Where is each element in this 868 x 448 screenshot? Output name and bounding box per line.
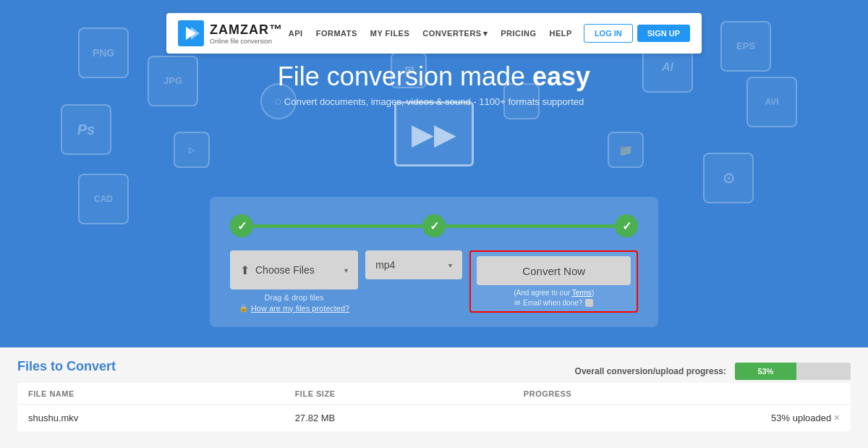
email-row: ✉ Email when done? xyxy=(514,299,593,307)
convert-section: Convert Now (And agree to our Terms) ✉ E… xyxy=(469,250,638,313)
sketch-cad: CAD xyxy=(78,174,129,224)
files-header-row: Files to Convert Overall conversion/uplo… xyxy=(17,359,851,383)
step-1-circle: ✓ xyxy=(230,214,253,237)
nav-converters[interactable]: CONVERTERS ▾ xyxy=(422,29,488,38)
format-chevron-icon: ▾ xyxy=(448,261,452,269)
navbar: ZAMZAR™ Online file conversion API FORMA… xyxy=(166,13,702,54)
files-header: Files to Convert xyxy=(17,359,116,374)
drag-drop-hint: Drag & drop files xyxy=(230,293,358,302)
brand-tagline: Online file conversion xyxy=(210,38,283,45)
sketch-arrow: ▷ xyxy=(174,132,210,168)
protected-link: 🔒 How are my files protected? xyxy=(230,303,358,313)
progress-section: Overall conversion/upload progress: 53% xyxy=(575,363,851,380)
lower-section: Files to Convert Overall conversion/uplo… xyxy=(0,347,868,448)
converter-box: ✓ ✓ ✓ ⬆ Choose Files ▾ xyxy=(210,197,658,327)
step-1-check: ✓ xyxy=(237,219,247,233)
row-progress: 53% uploaded × xyxy=(514,405,851,431)
protected-link-text[interactable]: How are my files protected? xyxy=(251,304,349,313)
steps-row: ✓ ✓ ✓ xyxy=(230,214,638,237)
nav-help[interactable]: HELP xyxy=(550,29,572,38)
signup-button[interactable]: SIGN UP xyxy=(637,25,690,42)
email-icon: ✉ xyxy=(514,299,520,307)
table-row: shushu.mkv 27.82 MB 53% uploaded × xyxy=(18,405,851,431)
controls-row: ⬆ Choose Files ▾ Drag & drop files 🔒 How… xyxy=(230,250,638,313)
nav-api[interactable]: API xyxy=(289,29,303,38)
nav-formats[interactable]: FORMATS xyxy=(316,29,357,38)
files-to-text: Files to Convert xyxy=(17,359,116,374)
table-body: shushu.mkv 27.82 MB 53% uploaded × xyxy=(18,405,851,431)
nav-my-files[interactable]: MY FILES xyxy=(370,29,410,38)
choose-files-button[interactable]: ⬆ Choose Files ▾ xyxy=(230,250,358,289)
col-progress: PROGRESS xyxy=(514,384,851,405)
file-table: FILE NAME FILE SIZE PROGRESS shushu.mkv … xyxy=(17,383,851,431)
play-animation: ▶▶ xyxy=(394,101,474,166)
progress-bar-container: 53% xyxy=(735,363,851,380)
remove-file-button[interactable]: × xyxy=(834,412,840,423)
logo-icon xyxy=(178,20,204,46)
step-2-check: ✓ xyxy=(430,219,439,233)
svg-marker-1 xyxy=(191,27,200,40)
terms-link[interactable]: Terms xyxy=(572,289,592,297)
logo-text: ZAMZAR™ Online file conversion xyxy=(210,22,283,45)
table-header: FILE NAME FILE SIZE PROGRESS xyxy=(18,384,851,405)
login-button[interactable]: LOG IN xyxy=(584,24,633,43)
converters-chevron: ▾ xyxy=(483,29,488,38)
brand-name: ZAMZAR™ xyxy=(210,22,283,38)
col-filesize: FILE SIZE xyxy=(285,384,514,405)
step-line-1 xyxy=(253,224,422,228)
play-box: ▶▶ xyxy=(394,101,474,166)
nav-links: API FORMATS MY FILES CONVERTERS ▾ PRICIN… xyxy=(289,29,572,38)
progress-label: Overall conversion/upload progress: xyxy=(575,366,726,376)
step-2-circle: ✓ xyxy=(422,214,446,237)
sketch-misc: ⊙ xyxy=(703,153,754,203)
progress-bar-fill: 53% xyxy=(735,363,796,380)
sketch-folder: 📁 xyxy=(608,132,644,168)
step-line-2 xyxy=(446,224,615,228)
choose-chevron-icon: ▾ xyxy=(344,266,348,274)
lock-icon: 🔒 xyxy=(239,303,249,313)
upload-icon: ⬆ xyxy=(240,263,250,277)
email-checkbox[interactable] xyxy=(585,299,593,307)
step-3-check: ✓ xyxy=(622,219,631,233)
row-filename: shushu.mkv xyxy=(18,405,285,431)
logo: ZAMZAR™ Online file conversion xyxy=(178,20,283,46)
convert-now-button[interactable]: Convert Now xyxy=(477,256,631,285)
step-3-circle: ✓ xyxy=(615,214,638,237)
nav-pricing[interactable]: PRICING xyxy=(501,29,536,38)
convert-terms: (And agree to our Terms) xyxy=(514,289,594,297)
format-select[interactable]: mp4 ▾ xyxy=(365,250,462,279)
sketch-ps: Ps xyxy=(61,104,111,155)
play-icon: ▶▶ xyxy=(412,117,456,151)
row-filesize: 27.82 MB xyxy=(285,405,514,431)
col-filename: FILE NAME xyxy=(18,384,285,405)
choose-files-section: ⬆ Choose Files ▾ Drag & drop files 🔒 How… xyxy=(230,250,358,313)
